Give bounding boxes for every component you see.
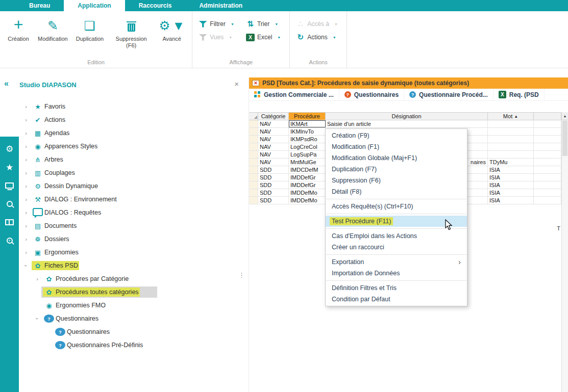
cell-procedure[interactable]: LogCreCol [289,143,326,150]
tree-item-arbres[interactable]: ›⋔Arbres [22,153,237,166]
tree-item-dessin-dynamique[interactable]: ›⚙Dessin Dynamique [22,179,237,193]
menu-item-modification-globale-maj-f1[interactable]: Modification Globale (Maj+F1) [326,152,467,164]
tree-item-actions[interactable]: ›✔Actions [22,113,237,126]
cell-designation[interactable]: Saisie d'un article [326,120,488,127]
scroll-up-icon[interactable]: ▲ [562,112,568,120]
tree-item-dossiers[interactable]: ›❁Dossiers [22,232,237,246]
chevron-right-icon[interactable]: › [22,170,30,176]
ribbon-tab-bureau[interactable]: Bureau [15,0,64,11]
chevron-right-icon[interactable]: › [33,276,41,282]
cell-procedure[interactable]: IMDCDefM [289,166,326,173]
ribbon-tab-administration[interactable]: Administration [185,0,256,11]
cell-mot[interactable]: ISIA [488,166,534,173]
menu-item-exportation[interactable]: Exportation› [326,256,467,268]
search-strip-button[interactable] [0,198,19,210]
cell-categorie[interactable]: NAV [258,120,289,127]
acces-a-button[interactable]: ∴Accès à▼ [293,17,343,31]
cell-mot[interactable] [488,143,534,150]
menu-item-definition-filtres-et-tris[interactable]: Définition Filtres et Tris [326,282,467,294]
row-selector-cell[interactable] [249,166,258,173]
menu-item-importation-de-donnees[interactable]: Importation de Données [326,268,467,279]
cell-mot[interactable] [488,128,534,135]
tree-item-dialog-environnement[interactable]: ›⚒DIALOG : Environnement [22,193,237,206]
chevron-down-icon[interactable]: › [34,315,40,323]
row-selector-cell[interactable] [249,197,258,204]
scrollbar-thumb[interactable] [562,120,567,156]
menu-item-suppression-f6[interactable]: Suppression (F6) [326,175,467,186]
document-tab-questionnaire-proced[interactable]: Questionnaire Procéd... [404,89,493,101]
cell-procedure[interactable]: IMDDefGr [289,174,326,181]
cell-procedure[interactable]: IKMArt [289,120,326,127]
ribbon-tab-application[interactable]: Application [64,0,125,11]
column-header-categorie[interactable]: Catégorie [258,113,289,120]
actions-button[interactable]: ↻Actions▼ [293,31,343,44]
tree-item-dialog-requetes[interactable]: ›DIALOG : Requêtes [22,206,237,219]
chevron-down-icon[interactable]: › [23,262,29,270]
cell-mot[interactable]: ISIA [488,197,534,204]
document-tab-gestion-commerciale[interactable]: Gestion Commerciale ... [249,89,339,101]
chevron-right-icon[interactable]: › [22,223,30,229]
menu-item-modification-f1[interactable]: Modification (F1) [326,141,467,152]
creation-button[interactable]: +Création [3,13,34,44]
menu-item-condition-par-defaut[interactable]: Condition par Défaut [326,294,467,305]
chevron-right-icon[interactable]: › [22,196,30,202]
cell-categorie[interactable]: SDD [258,189,289,196]
tree-item-ergonomies-fmo[interactable]: ◉Ergonomies FMO [22,299,237,312]
filtrer-button[interactable]: Filtrer▼ [195,17,240,31]
row-selector-cell[interactable] [249,181,258,189]
panels-strip-button[interactable] [0,216,19,228]
cell-mot[interactable]: ISIA [488,174,534,181]
cell-procedure[interactable]: IKMPsdRo [289,136,326,143]
cell-mot[interactable]: ISIA [488,181,534,189]
cell-categorie[interactable]: SDD [258,181,289,189]
tree-item-questionnaires[interactable]: ›Questionnaires [22,312,237,325]
tree-item-agendas[interactable]: ›▦Agendas [22,126,237,140]
chevron-right-icon[interactable]: › [22,236,30,242]
row-selector-cell[interactable] [249,151,258,158]
search-plus-strip-button[interactable] [0,234,19,247]
row-selector-cell[interactable] [249,136,258,143]
cell-procedure[interactable]: IKMInvTo [289,128,326,135]
chevron-right-icon[interactable]: › [22,130,30,136]
panel-splitter[interactable]: ⋮ [237,76,242,392]
cell-mot[interactable] [488,120,534,127]
menu-item-detail-f8[interactable]: Détail (F8) [326,186,467,197]
row-selector-cell[interactable] [249,174,258,181]
cell-mot[interactable] [488,151,534,158]
trier-button[interactable]: ⇅Trier▼ [243,17,286,31]
cell-categorie[interactable]: SDD [258,166,289,173]
menu-item-duplication-f7[interactable]: Duplication (F7) [326,164,467,175]
row-selector-cell[interactable] [249,143,258,150]
tree-item-procedures-par-categorie[interactable]: ›✿Procédures par Catégorie [22,272,237,285]
column-header-procedure[interactable]: Procédure [289,113,326,120]
chevron-right-icon[interactable]: › [22,210,30,216]
suppression-f6-button[interactable]: Suppression (F6) [108,13,155,51]
cell-procedure[interactable]: IMDDefMo [289,189,326,196]
menu-item-creer-un-raccourci[interactable]: Créer un raccourci [326,242,467,253]
cell-categorie[interactable]: SDD [258,174,289,181]
collapse-sidebar-button[interactable]: « [4,79,9,88]
tree-item-favoris[interactable]: ›★Favoris [22,100,237,113]
chevron-right-icon[interactable]: › [22,183,30,189]
chevron-right-icon[interactable]: › [22,103,30,110]
row-selector-cell[interactable] [249,120,258,127]
cell-categorie[interactable]: NAV [258,143,289,150]
cell-procedure[interactable]: LogSupPa [289,151,326,158]
row-selector-cell[interactable] [249,159,258,166]
menu-item-cas-d-emploi-dans-les-actions[interactable]: Cas d'Emploi dans les Actions [326,230,467,242]
modification-button[interactable]: ✎Modification [34,13,72,44]
cell-procedure[interactable]: IMDDefMo [289,197,326,204]
tree-item-questionnaires-pre-definis[interactable]: Questionnaires Pré-Définis [22,338,237,352]
menu-item-creation-f9[interactable]: Création (F9) [326,130,467,141]
chevron-right-icon[interactable]: › [22,117,30,123]
cell-procedure[interactable]: IMDDefGr [289,181,326,189]
tree-item-apparences-styles[interactable]: ›◉Apparences Styles [22,140,237,153]
cell-categorie[interactable]: SDD [258,197,289,204]
chevron-right-icon[interactable]: › [22,249,30,255]
gear-strip-button[interactable]: ⚙ [0,143,19,155]
row-selector-cell[interactable] [249,128,258,135]
tree-item-questionnaires[interactable]: Questionnaires [22,325,237,338]
star-strip-button[interactable]: ★ [0,161,19,173]
cell-mot[interactable] [488,136,534,143]
chevron-right-icon[interactable]: › [22,143,30,149]
